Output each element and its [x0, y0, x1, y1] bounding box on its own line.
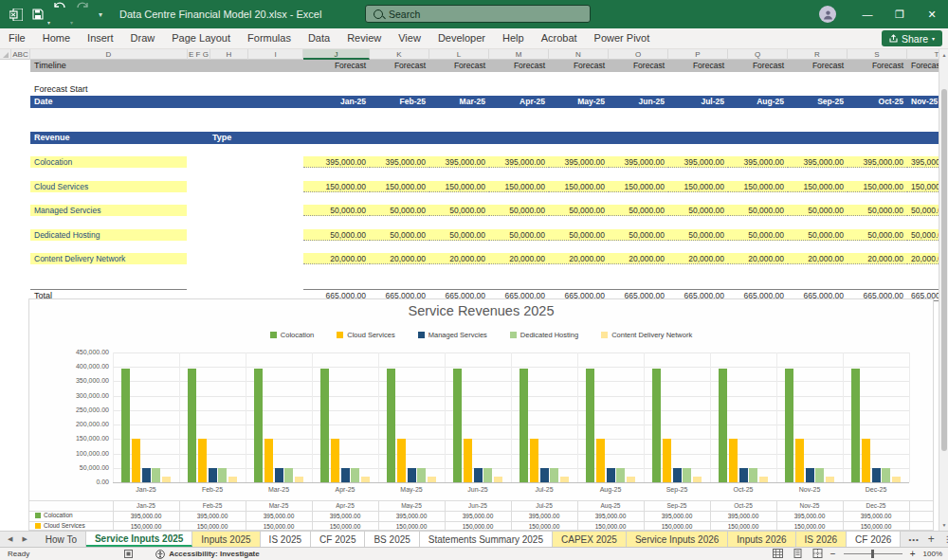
sheet-tab-inputs-2026[interactable]: Inputs 2026 — [728, 532, 795, 547]
save-icon[interactable] — [32, 9, 44, 20]
cell-month[interactable]: Sep-25 — [788, 97, 848, 107]
column-header-L[interactable]: L — [429, 49, 489, 60]
cell-item-value[interactable]: 50,000.00 — [668, 229, 728, 241]
cell-item-name[interactable]: Dedicated Hosting — [30, 229, 187, 241]
page-break-view-icon[interactable] — [812, 549, 823, 560]
column-header-M[interactable]: M — [489, 49, 549, 60]
column-header-K[interactable]: K — [370, 49, 429, 60]
cell-item-value[interactable]: 50,000.00 — [429, 205, 489, 216]
tab-options-icon[interactable]: ⋮ — [943, 534, 948, 544]
redo-caret-icon[interactable]: ▾ — [70, 20, 73, 26]
page-layout-view-icon[interactable] — [793, 549, 803, 560]
column-header-H[interactable]: H — [210, 49, 248, 60]
undo-caret-icon[interactable]: ▾ — [47, 20, 50, 26]
ribbon-tab-formulas[interactable]: Formulas — [239, 28, 300, 48]
cell-forecast[interactable]: Forecast — [668, 61, 728, 71]
cell-item-value[interactable]: 395,000.00 — [370, 156, 429, 168]
cell-item-value[interactable]: 150,000.00 — [728, 181, 788, 192]
column-header-Q[interactable]: Q — [728, 49, 788, 60]
cell-item-value[interactable]: 395,000.00 — [549, 156, 609, 168]
cell-item-name[interactable]: Cloud Services — [30, 181, 187, 192]
cell-item-value[interactable]: 20,000.00 — [489, 253, 549, 264]
ribbon-tab-draw[interactable]: Draw — [122, 28, 164, 48]
cell-forecast[interactable]: Forecast — [728, 61, 788, 71]
cell-item-value[interactable]: 50,000.00 — [668, 205, 728, 216]
ribbon-tab-developer[interactable]: Developer — [429, 28, 494, 48]
sheet-tab-is-2026[interactable]: IS 2026 — [796, 532, 847, 547]
cell-item-value[interactable]: 50,000.00 — [848, 205, 907, 216]
cell-item-value[interactable]: 20,000.00 — [668, 253, 728, 264]
cell-item-value[interactable]: 50,000.00 — [609, 229, 668, 241]
cell-item-value[interactable]: 50,000.00 — [609, 205, 668, 216]
cell-item-value[interactable]: 50,000.00 — [728, 229, 788, 241]
cell-item-value[interactable]: 150,000.00 — [848, 181, 907, 192]
account-avatar[interactable] — [819, 6, 836, 23]
ribbon-tab-help[interactable]: Help — [494, 28, 533, 48]
cell-month[interactable]: May-25 — [549, 97, 609, 107]
cell-month[interactable]: Feb-25 — [370, 97, 429, 107]
cell-item-value[interactable]: 150,000.00 — [549, 181, 609, 192]
cell-item-value[interactable]: 50,000.00 — [303, 205, 370, 216]
cell-item-value[interactable]: 50,000.00 — [549, 229, 609, 241]
column-header-R[interactable]: R — [788, 49, 848, 60]
macro-record-icon[interactable] — [124, 550, 133, 558]
cell-forecast[interactable]: Forecast — [609, 61, 668, 71]
scroll-down-icon[interactable]: ▼ — [939, 522, 948, 528]
cell-item-value[interactable]: 50,000.00 — [728, 205, 788, 216]
column-header-EFG[interactable]: E F G — [188, 49, 210, 60]
cell-month[interactable]: Nov-25 — [907, 97, 939, 107]
sheet-tab-cf-2026[interactable]: CF 2026 — [847, 532, 901, 547]
cell-item-value[interactable]: 50,000.00 — [549, 205, 609, 216]
cell-item-value[interactable]: 150,000.00 — [303, 181, 370, 192]
cell-item-value[interactable]: 50,000.00 — [303, 229, 370, 241]
cell-month[interactable]: Aug-25 — [728, 97, 788, 107]
close-button[interactable]: ✕ — [916, 0, 948, 28]
tabs-scroll-left-icon[interactable]: ◀ — [8, 535, 12, 543]
cell-forecast[interactable]: Forecast — [549, 61, 609, 71]
cell-forecast[interactable]: Forecast — [303, 61, 370, 71]
ribbon-tab-view[interactable]: View — [390, 28, 429, 48]
cell-forecast[interactable]: Forecast — [788, 61, 848, 71]
share-button[interactable]: Share ▾ — [882, 30, 942, 46]
cell-item-value[interactable]: 20,000.00 — [907, 253, 939, 264]
cell-item-value[interactable]: 150,000.00 — [489, 181, 549, 192]
timeline-row[interactable]: Timeline ForecastForecastForecastForecas… — [30, 60, 939, 72]
cell-item-value[interactable]: 150,000.00 — [907, 181, 939, 192]
accessibility-status[interactable]: Accessibility: Investigate — [169, 550, 260, 558]
date-row[interactable]: Date Jan-25Feb-25Mar-25Apr-25May-25Jun-2… — [30, 96, 939, 108]
cell-item-value[interactable]: 20,000.00 — [549, 253, 609, 264]
column-header-J[interactable]: J — [303, 49, 370, 60]
new-sheet-icon[interactable]: + — [928, 533, 935, 546]
cell-item-name[interactable]: Content Delivery Network — [30, 253, 187, 264]
column-header-P[interactable]: P — [668, 49, 728, 60]
restore-button[interactable]: ❐ — [884, 0, 916, 28]
vertical-scroll-thumb[interactable] — [941, 89, 947, 451]
cell-forecast[interactable]: Forecast — [370, 61, 429, 71]
cell-forecast[interactable]: Forecast — [489, 61, 549, 71]
revenue-header-row[interactable]: Revenue Type — [30, 132, 939, 144]
column-header-N[interactable]: N — [549, 49, 609, 60]
cell-item-value[interactable]: 150,000.00 — [429, 181, 489, 192]
sheet-tab-service-inputs-2026[interactable]: Service Inputs 2026 — [627, 532, 728, 547]
cell-item-value[interactable]: 50,000.00 — [429, 229, 489, 241]
column-header-D[interactable]: D — [30, 49, 188, 60]
cell-item-value[interactable]: 50,000.00 — [848, 229, 907, 241]
cell-item-value[interactable]: 20,000.00 — [609, 253, 668, 264]
cell-item-value[interactable]: 395,000.00 — [303, 156, 370, 168]
sheet-tab-how-to[interactable]: How To — [37, 532, 86, 547]
ribbon-tab-power-pivot[interactable]: Power Pivot — [586, 28, 659, 48]
tabs-scroll-right-icon[interactable]: ▶ — [22, 535, 27, 543]
cell-item-value[interactable]: 150,000.00 — [609, 181, 668, 192]
more-sheets-icon[interactable]: ••• — [908, 535, 919, 544]
zoom-out-icon[interactable]: − — [830, 549, 836, 559]
cell-forecast[interactable]: Forecast — [429, 61, 489, 71]
cell-item-value[interactable]: 395,000.00 — [489, 156, 549, 168]
cell-item-value[interactable]: 20,000.00 — [303, 253, 370, 264]
cell-month[interactable]: Oct-25 — [848, 97, 907, 107]
column-header-ABC[interactable]: ABC — [11, 49, 30, 60]
excel-app-icon[interactable] — [9, 9, 23, 21]
ribbon-tab-acrobat[interactable]: Acrobat — [533, 28, 586, 48]
cell-item-value[interactable]: 50,000.00 — [788, 229, 848, 241]
cell-item-value[interactable]: 395,000.00 — [728, 156, 788, 168]
revenue-chart[interactable]: Service Revenues 2025 ColocationCloud Se… — [28, 298, 934, 531]
